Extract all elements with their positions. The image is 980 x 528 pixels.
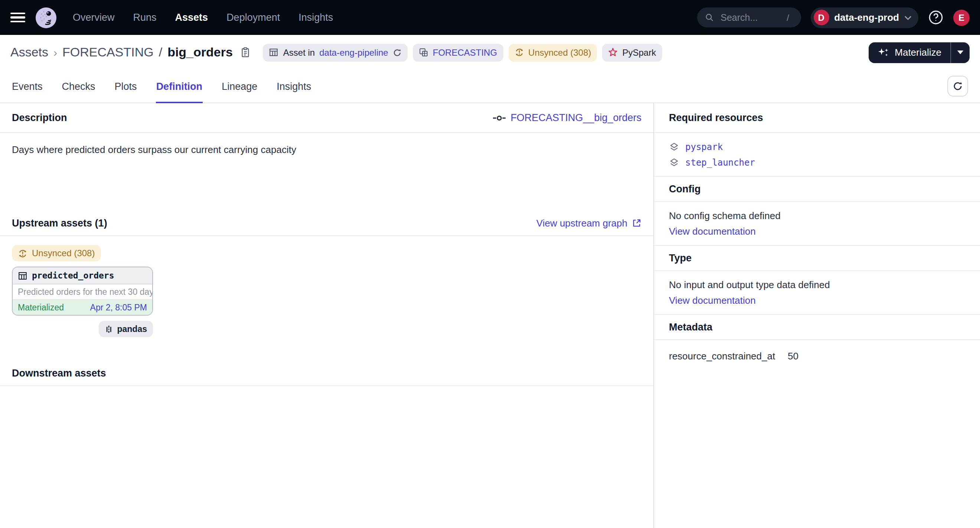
pipeline-link[interactable]: data-eng-pipeline (319, 47, 388, 57)
upstream-title: Upstream assets (1) (12, 218, 107, 229)
group-link[interactable]: FORECASTING (433, 47, 497, 57)
tab-lineage[interactable]: Lineage (222, 70, 257, 102)
clipboard-icon (240, 47, 251, 58)
tag-asset-in-pipeline: Asset in data-eng-pipeline (263, 43, 407, 61)
dagster-logo[interactable] (35, 6, 57, 29)
chevron-down-icon (904, 15, 912, 20)
sync-status-pill-label: Unsynced (308) (32, 248, 95, 258)
nav-item-assets[interactable]: Assets (175, 12, 208, 23)
metadata-key: resource_constrained_at (669, 350, 788, 362)
sync-status-pill[interactable]: Unsynced (308) (12, 245, 100, 261)
resource-item-pyspark[interactable]: pyspark (669, 142, 965, 152)
definition-side-panel: Required resources pyspark step_launcher (653, 103, 980, 528)
table-icon (269, 48, 279, 57)
tag-compute-kind[interactable]: PySpark (603, 43, 662, 61)
table-icon (18, 271, 27, 280)
breadcrumb-slash: / (159, 45, 162, 60)
nav-item-deployment[interactable]: Deployment (226, 12, 280, 23)
tab-events[interactable]: Events (12, 70, 43, 102)
downstream-section-header: Downstream assets (0, 361, 653, 386)
pandas-compute-kind-tag[interactable]: pandas (99, 321, 153, 337)
breadcrumb-group-link[interactable]: FORECASTING (62, 45, 154, 60)
search-box[interactable]: / (697, 8, 801, 27)
page-title: big_orders (167, 45, 233, 60)
pandas-label: pandas (117, 324, 147, 334)
materialize-button[interactable]: Materialize (869, 42, 950, 63)
tab-checks[interactable]: Checks (62, 70, 95, 102)
description-title: Description (12, 112, 67, 123)
config-title: Config (669, 183, 701, 194)
metadata-value: 50 (788, 350, 799, 362)
resource-link-label: step_launcher (685, 157, 755, 168)
refresh-icon[interactable] (393, 48, 402, 57)
compute-kind-label: PySpark (622, 47, 656, 57)
asset-node-footer: Materialized Apr 2, 8:05 PM (13, 300, 152, 315)
resource-item-step-launcher[interactable]: step_launcher (669, 157, 965, 168)
search-input[interactable] (719, 11, 781, 23)
config-view-documentation-link[interactable]: View documentation (669, 226, 756, 237)
config-section-header: Config (654, 177, 980, 202)
page-header: Assets › FORECASTING / big_orders Asset … (0, 35, 980, 70)
breadcrumb: Assets › FORECASTING / big_orders (10, 45, 233, 60)
required-resources-list: pyspark step_launcher (654, 133, 980, 177)
type-empty-message: No input and output type data defined (669, 279, 965, 290)
user-avatar[interactable]: E (953, 9, 970, 25)
tab-plots[interactable]: Plots (115, 70, 137, 102)
materialization-status: Materialized (18, 303, 64, 312)
app-window: Overview Runs Assets Deployment Insights… (0, 0, 980, 528)
required-resources-header: Required resources (654, 103, 980, 133)
type-section-body: No input and output type data defined Vi… (654, 271, 980, 315)
spark-star-icon (608, 48, 618, 57)
asset-node-card[interactable]: predicted_orders Predicted orders for th… (12, 267, 153, 316)
deployment-switcher[interactable]: D data-eng-prod (810, 7, 918, 28)
asset-tags: Asset in data-eng-pipeline FORECASTING (263, 43, 662, 61)
nav-item-runs[interactable]: Runs (133, 12, 157, 23)
asset-node-description: Predicted orders for the next 30 day… (13, 285, 152, 300)
pandas-icon (104, 324, 113, 334)
main-column: Description FORECASTING__big_orders Days… (0, 103, 653, 528)
metadata-title: Metadata (669, 321, 712, 333)
help-button[interactable] (928, 10, 943, 25)
asset-group-icon (419, 48, 428, 57)
nav-item-overview[interactable]: Overview (73, 12, 115, 23)
external-link-icon (632, 218, 641, 228)
hamburger-icon (10, 12, 25, 14)
content: Description FORECASTING__big_orders Days… (0, 103, 980, 528)
deployment-name: data-eng-prod (834, 12, 899, 23)
sync-alert-icon (514, 48, 524, 57)
deployment-initial-badge: D (813, 10, 829, 25)
layers-icon (669, 157, 679, 168)
primary-nav: Overview Runs Assets Deployment Insights (73, 12, 333, 23)
description-section-header: Description FORECASTING__big_orders (0, 103, 653, 133)
copy-asset-name-button[interactable] (239, 47, 253, 58)
asset-node-header: predicted_orders (13, 267, 152, 285)
job-link[interactable]: FORECASTING__big_orders (493, 112, 641, 123)
type-view-documentation-link[interactable]: View documentation (669, 295, 756, 306)
chevron-right-icon: › (54, 46, 57, 58)
tag-pipeline-prefix: Asset in (283, 47, 315, 57)
refresh-button[interactable] (947, 76, 968, 97)
config-empty-message: No config schema defined (669, 210, 965, 221)
nav-item-insights[interactable]: Insights (299, 12, 333, 23)
refresh-icon (953, 81, 963, 91)
tag-asset-group: FORECASTING (413, 43, 503, 61)
tab-definition[interactable]: Definition (156, 70, 203, 102)
breadcrumb-assets-link[interactable]: Assets (10, 45, 48, 60)
help-icon (928, 10, 943, 25)
caret-down-icon (957, 51, 964, 54)
sparkles-icon (878, 47, 889, 57)
upstream-section-header: Upstream assets (1) View upstream graph (0, 211, 653, 236)
tab-insights[interactable]: Insights (277, 70, 311, 102)
menu-button[interactable] (10, 12, 25, 23)
layers-icon (669, 142, 679, 152)
materialization-timestamp-link[interactable]: Apr 2, 8:05 PM (90, 303, 147, 312)
materialize-dropdown-button[interactable] (950, 42, 970, 63)
upstream-assets-body: Unsynced (308) predicted_orders Predicte… (0, 236, 653, 361)
job-link-label: FORECASTING__big_orders (511, 112, 641, 123)
type-title: Type (669, 253, 692, 264)
sync-status-label: Unsynced (308) (528, 47, 591, 57)
view-upstream-graph-link[interactable]: View upstream graph (536, 218, 641, 229)
job-icon (493, 114, 505, 121)
metadata-section-header: Metadata (654, 315, 980, 340)
tag-sync-status[interactable]: Unsynced (308) (508, 43, 597, 61)
